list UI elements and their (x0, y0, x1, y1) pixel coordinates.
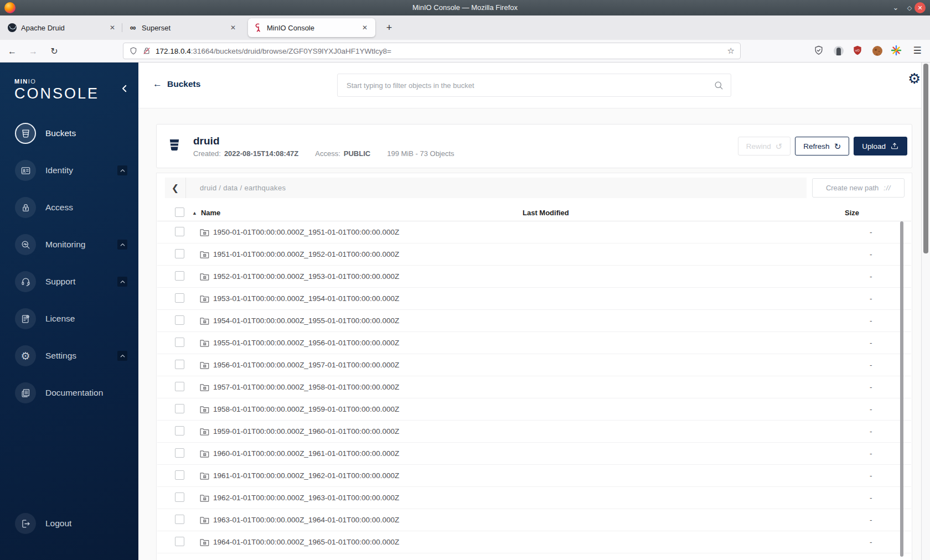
sidebar-collapse-icon[interactable] (120, 84, 130, 94)
reload-button[interactable]: ↻ (48, 45, 61, 58)
object-name[interactable]: 1956-01-01T00:00:00.000Z_1957-01-01T00:0… (213, 361, 399, 369)
chevron-up-icon[interactable] (117, 351, 127, 361)
forward-button[interactable]: → (27, 45, 40, 58)
create-new-path-button[interactable]: Create new path :// (812, 178, 905, 198)
sidebar-item-documentation[interactable]: Documentation (0, 377, 138, 408)
tab-close-icon[interactable]: ✕ (107, 23, 117, 33)
object-name[interactable]: 1950-01-01T00:00:00.000Z_1951-01-01T00:0… (213, 228, 399, 236)
table-row[interactable]: 1956-01-01T00:00:00.000Z_1957-01-01T00:0… (157, 354, 911, 376)
tab-close-icon[interactable]: ✕ (228, 23, 238, 33)
table-row[interactable]: 1963-01-01T00:00:00.000Z_1964-01-01T00:0… (157, 509, 911, 531)
row-checkbox[interactable] (175, 293, 184, 303)
refresh-button[interactable]: Refresh↻ (795, 137, 849, 155)
sidebar-item-buckets[interactable]: Buckets (0, 118, 138, 149)
tab-superset[interactable]: ∞ Superset ✕ (125, 18, 241, 37)
sidebar-item-monitoring[interactable]: Monitoring (0, 229, 138, 260)
object-filter-searchbox[interactable] (337, 74, 731, 97)
object-name[interactable]: 1957-01-01T00:00:00.000Z_1958-01-01T00:0… (213, 383, 399, 391)
profile-extension-icon[interactable] (833, 45, 845, 57)
window-close-button[interactable]: ✕ (914, 2, 926, 13)
table-row[interactable]: 1950-01-01T00:00:00.000Z_1951-01-01T00:0… (157, 221, 911, 243)
search-input[interactable] (347, 81, 714, 90)
object-name[interactable]: 1962-01-01T00:00:00.000Z_1963-01-01T00:0… (213, 494, 399, 502)
sidebar-item-support[interactable]: Support (0, 266, 138, 297)
object-name[interactable]: 1955-01-01T00:00:00.000Z_1956-01-01T00:0… (213, 339, 399, 347)
row-checkbox[interactable] (175, 271, 184, 281)
sidebar-item-settings[interactable]: ⚙ Settings (0, 340, 138, 371)
table-scrollbar[interactable] (900, 221, 903, 557)
table-row[interactable]: 1951-01-01T00:00:00.000Z_1952-01-01T00:0… (157, 243, 911, 266)
object-name[interactable]: 1963-01-01T00:00:00.000Z_1964-01-01T00:0… (213, 516, 399, 524)
object-name[interactable]: 1951-01-01T00:00:00.000Z_1952-01-01T00:0… (213, 250, 399, 258)
breadcrumb-path[interactable]: druid / data / earthquakes (200, 184, 286, 192)
console-settings-gear-icon[interactable]: ⚙ (908, 71, 921, 86)
object-name[interactable]: 1953-01-01T00:00:00.000Z_1954-01-01T00:0… (213, 294, 399, 303)
row-checkbox[interactable] (175, 227, 184, 236)
sidebar-item-identity[interactable]: Identity (0, 155, 138, 186)
page-scrollbar[interactable] (921, 63, 930, 560)
row-checkbox[interactable] (175, 404, 184, 413)
ublock-origin-extension-icon[interactable]: uO (852, 45, 864, 57)
table-row[interactable]: 1958-01-01T00:00:00.000Z_1959-01-01T00:0… (157, 398, 911, 421)
row-checkbox[interactable] (175, 382, 184, 391)
new-tab-button[interactable]: + (382, 21, 396, 35)
table-row[interactable]: 1962-01-01T00:00:00.000Z_1963-01-01T00:0… (157, 487, 911, 509)
bookmark-star-icon[interactable]: ☆ (727, 46, 735, 56)
object-name[interactable]: 1961-01-01T00:00:00.000Z_1962-01-01T00:0… (213, 471, 399, 480)
row-checkbox[interactable] (175, 492, 184, 502)
object-name[interactable]: 1958-01-01T00:00:00.000Z_1959-01-01T00:0… (213, 405, 399, 413)
table-row[interactable]: 1959-01-01T00:00:00.000Z_1960-01-01T00:0… (157, 421, 911, 443)
table-row[interactable]: 1955-01-01T00:00:00.000Z_1956-01-01T00:0… (157, 332, 911, 354)
table-row[interactable]: 1964-01-01T00:00:00.000Z_1965-01-01T00:0… (157, 531, 911, 553)
rewind-button[interactable]: Rewind↺ (738, 137, 791, 155)
row-checkbox[interactable] (175, 515, 184, 524)
table-row[interactable]: 1953-01-01T00:00:00.000Z_1954-01-01T00:0… (157, 288, 911, 310)
table-row[interactable]: 1954-01-01T00:00:00.000Z_1955-01-01T00:0… (157, 310, 911, 332)
tab-close-icon[interactable]: ✕ (360, 23, 370, 33)
sparkle-extension-icon[interactable] (891, 45, 903, 57)
column-header-name[interactable]: Name (201, 209, 220, 217)
row-checkbox[interactable] (175, 470, 184, 480)
row-checkbox[interactable] (175, 426, 184, 435)
insecure-lock-icon[interactable] (142, 46, 151, 55)
sidebar-item-access[interactable]: Access (0, 192, 138, 223)
breadcrumb-back-chevron-icon[interactable]: ❮ (165, 178, 186, 198)
window-maximize-button[interactable]: ◇ (904, 2, 915, 13)
window-minimize-button[interactable]: ⌄ (890, 2, 901, 13)
back-button[interactable]: ← (6, 45, 19, 58)
select-all-checkbox[interactable] (175, 208, 184, 217)
object-name[interactable]: 1954-01-01T00:00:00.000Z_1955-01-01T00:0… (213, 317, 399, 325)
shield-permissions-icon[interactable] (129, 46, 138, 55)
object-name[interactable]: 1952-01-01T00:00:00.000Z_1953-01-01T00:0… (213, 272, 399, 281)
row-checkbox[interactable] (175, 448, 184, 458)
sort-ascending-icon[interactable]: ▲ (192, 210, 197, 216)
cookie-extension-icon[interactable] (871, 45, 884, 57)
row-checkbox[interactable] (175, 315, 184, 325)
table-row[interactable]: 1961-01-01T00:00:00.000Z_1962-01-01T00:0… (157, 465, 911, 487)
back-to-buckets-link[interactable]: ← Buckets (153, 79, 200, 90)
sidebar-item-license[interactable]: License (0, 303, 138, 334)
upload-button[interactable]: Upload (854, 137, 907, 155)
object-name[interactable]: 1960-01-01T00:00:00.000Z_1961-01-01T00:0… (213, 449, 399, 458)
column-header-size[interactable]: Size (844, 209, 911, 217)
object-name[interactable]: 1964-01-01T00:00:00.000Z_1965-01-01T00:0… (213, 538, 399, 546)
chevron-up-icon[interactable] (117, 240, 127, 250)
page-scrollbar-thumb[interactable] (923, 64, 928, 253)
table-row[interactable]: 1957-01-01T00:00:00.000Z_1958-01-01T00:0… (157, 376, 911, 398)
url-bar[interactable]: 172.18.0.4:31664/buckets/druid/browse/ZG… (123, 43, 741, 59)
row-checkbox[interactable] (175, 249, 184, 258)
row-checkbox[interactable] (175, 338, 184, 347)
table-row[interactable]: 1952-01-01T00:00:00.000Z_1953-01-01T00:0… (157, 266, 911, 288)
hamburger-menu-icon[interactable]: ☰ (911, 45, 923, 57)
sidebar-item-logout[interactable]: Logout (0, 508, 138, 539)
chevron-up-icon[interactable] (117, 165, 127, 175)
shield-check-extension-icon[interactable] (813, 45, 825, 57)
row-checkbox[interactable] (175, 537, 184, 546)
table-row[interactable]: 1960-01-01T00:00:00.000Z_1961-01-01T00:0… (157, 443, 911, 465)
tab-apache-druid[interactable]: Apache Druid ✕ (4, 18, 121, 37)
object-name[interactable]: 1959-01-01T00:00:00.000Z_1960-01-01T00:0… (213, 427, 399, 435)
tab-minio-console-active[interactable]: MinIO Console ✕ (248, 18, 375, 37)
column-header-last-modified[interactable]: Last Modified (523, 209, 844, 217)
row-checkbox[interactable] (175, 360, 184, 369)
chevron-up-icon[interactable] (117, 277, 127, 287)
